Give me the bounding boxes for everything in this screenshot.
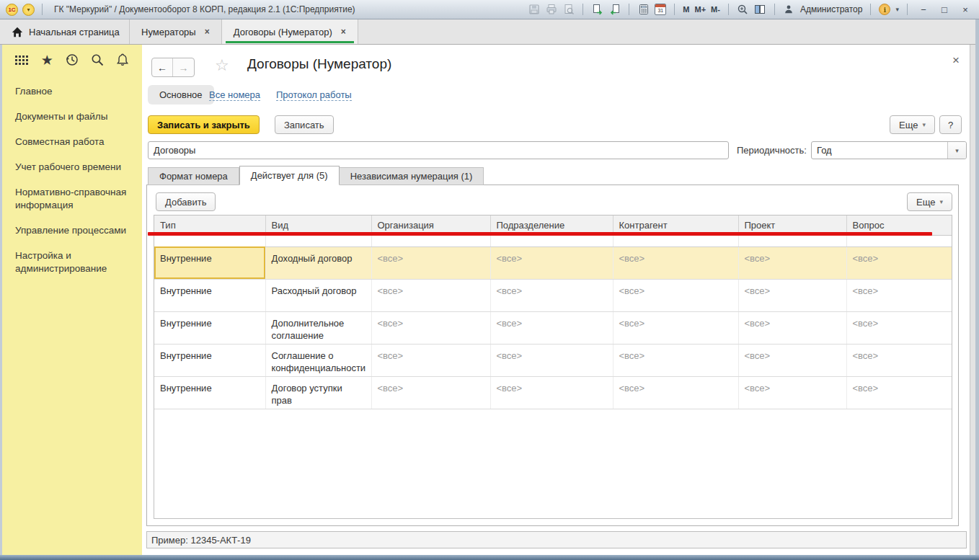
tab-nezavisimaya-numeraciya[interactable]: Независимая нумерация (1): [340, 167, 484, 185]
close-window-button[interactable]: ×: [957, 3, 973, 16]
sidebar-item-upravlenie-processami[interactable]: Управление процессами: [15, 224, 136, 237]
cell-org[interactable]: <все>: [371, 246, 490, 279]
filter-cell[interactable]: [846, 235, 952, 246]
load-from-file-icon[interactable]: [608, 4, 621, 16]
save-button[interactable]: Записать: [275, 115, 334, 134]
filter-cell[interactable]: [371, 235, 490, 246]
cell-dept[interactable]: <все>: [490, 344, 613, 376]
cell-type[interactable]: Внутренние: [154, 279, 265, 311]
cell-contractor[interactable]: <все>: [613, 344, 738, 376]
cell-type[interactable]: Внутренние: [154, 344, 265, 376]
tab-home-page[interactable]: Начальная страница: [0, 19, 130, 44]
cell-type[interactable]: Внутренние: [154, 311, 265, 344]
table-more-actions-button[interactable]: Еще ▾: [907, 192, 952, 211]
sidebar-item-sovmestnaya-rabota[interactable]: Совместная работа: [15, 135, 136, 148]
sidebar-item-glavnoe[interactable]: Главное: [15, 85, 136, 98]
sidebar-item-nsi[interactable]: Нормативно-справочная информация: [15, 186, 136, 212]
all-functions-grid-icon[interactable]: [13, 51, 30, 68]
cell-type[interactable]: Внутренние: [154, 376, 265, 409]
calculator-icon[interactable]: [637, 4, 650, 16]
search-icon[interactable]: [89, 51, 106, 68]
numerator-name-input[interactable]: [148, 141, 729, 159]
sidebar-item-dokumenty-i-fajly[interactable]: Документы и файлы: [15, 110, 136, 123]
maximize-button[interactable]: □: [936, 3, 952, 16]
nav-item-osnovnoe[interactable]: Основное: [148, 85, 214, 105]
close-tab-icon[interactable]: ×: [205, 27, 210, 37]
tab-dogovory-numerator[interactable]: Договоры (Нумератор) ×: [222, 19, 358, 44]
help-button[interactable]: ?: [939, 115, 962, 134]
split-view-icon[interactable]: [754, 4, 766, 16]
memory-m-button[interactable]: M: [683, 5, 689, 14]
memory-m-minus-button[interactable]: M-: [711, 5, 720, 14]
cell-contractor[interactable]: <все>: [613, 376, 738, 409]
zoom-icon[interactable]: [737, 4, 749, 16]
filter-cell[interactable]: [738, 235, 846, 246]
table-row[interactable]: ВнутренниеРасходный договор<все><все><вс…: [154, 279, 952, 311]
info-icon[interactable]: i: [879, 4, 890, 15]
current-user-label[interactable]: Администратор: [800, 4, 863, 14]
tab-format-nomera[interactable]: Формат номера: [148, 167, 239, 185]
calendar-icon[interactable]: 31: [655, 4, 666, 15]
cell-org[interactable]: <все>: [371, 279, 490, 311]
cell-dept[interactable]: <все>: [490, 246, 613, 279]
cell-contractor[interactable]: <все>: [613, 279, 738, 311]
cell-project[interactable]: <все>: [738, 344, 846, 376]
table-row[interactable]: ВнутренниеДополнительное соглашение<все>…: [154, 311, 952, 344]
chevron-down-icon[interactable]: ▾: [895, 6, 899, 13]
memory-m-plus-button[interactable]: M+: [694, 5, 706, 14]
history-icon[interactable]: [63, 51, 81, 68]
add-to-favorites-star-icon[interactable]: ☆: [215, 58, 229, 74]
table-row[interactable]: ВнутренниеДоговор уступки прав<все><все>…: [154, 376, 952, 409]
filter-cell[interactable]: [490, 235, 613, 246]
cell-project[interactable]: <все>: [738, 279, 846, 311]
filter-cell[interactable]: [154, 235, 265, 246]
cell-type[interactable]: Внутренние: [154, 246, 265, 279]
cell-dept[interactable]: <все>: [490, 376, 613, 409]
cell-dept[interactable]: <все>: [490, 311, 613, 344]
nav-link-vse-nomera[interactable]: Все номера: [209, 89, 260, 101]
cell-org[interactable]: <все>: [371, 344, 490, 376]
cell-kind[interactable]: Доходный договор: [265, 246, 371, 279]
cell-kind[interactable]: Договор уступки прав: [265, 376, 371, 409]
add-row-button[interactable]: Добавить: [156, 192, 216, 211]
filter-cell[interactable]: [265, 235, 371, 246]
close-form-icon[interactable]: ×: [952, 53, 960, 68]
close-tab-icon[interactable]: ×: [341, 27, 346, 37]
cell-contractor[interactable]: <все>: [613, 311, 738, 344]
notifications-bell-icon[interactable]: [114, 51, 131, 68]
nav-link-protokol-raboty[interactable]: Протокол работы: [276, 89, 352, 101]
periodicity-select[interactable]: Год ▾: [811, 141, 967, 159]
cell-kind[interactable]: Расходный договор: [265, 279, 371, 311]
chevron-down-icon[interactable]: ▾: [947, 142, 966, 159]
tab-dejstvuet-dlya[interactable]: Действует для (5): [239, 166, 340, 185]
tab-numerators[interactable]: Нумераторы ×: [130, 19, 222, 44]
table-row[interactable]: ВнутренниеДоходный договор<все><все><все…: [154, 246, 952, 279]
more-actions-button[interactable]: Еще ▾: [890, 115, 935, 134]
cell-question[interactable]: <все>: [846, 311, 952, 344]
cell-project[interactable]: <все>: [738, 376, 846, 409]
cell-question[interactable]: <все>: [846, 246, 952, 279]
main-menu-button[interactable]: ▾: [22, 4, 35, 16]
table-row[interactable]: ВнутренниеСоглашение о конфиденциальност…: [154, 344, 952, 376]
favorites-star-icon[interactable]: ★: [38, 51, 56, 68]
filter-cell[interactable]: [613, 235, 738, 246]
cell-question[interactable]: <все>: [846, 376, 952, 409]
cell-kind[interactable]: Дополнительное соглашение: [265, 311, 371, 344]
cell-org[interactable]: <все>: [371, 376, 490, 409]
cell-project[interactable]: <все>: [738, 246, 846, 279]
back-button[interactable]: ←: [152, 58, 173, 76]
vertical-scrollbar[interactable]: [970, 45, 975, 555]
cell-kind[interactable]: Соглашение о конфиденциальности: [265, 344, 371, 376]
cell-org[interactable]: <все>: [371, 311, 490, 344]
sidebar-item-uchet-rabochego-vremeni[interactable]: Учет рабочего времени: [15, 161, 136, 174]
forward-button[interactable]: →: [173, 58, 194, 76]
cell-question[interactable]: <все>: [846, 279, 952, 311]
minimize-button[interactable]: −: [916, 3, 931, 16]
cell-dept[interactable]: <все>: [490, 279, 613, 311]
cell-contractor[interactable]: <все>: [613, 246, 738, 279]
cell-project[interactable]: <все>: [738, 311, 846, 344]
cell-question[interactable]: <все>: [846, 344, 952, 376]
sidebar-item-nastrojka-i-administrirovanie[interactable]: Настройка и администрирование: [15, 249, 136, 275]
save-and-close-button[interactable]: Записать и закрыть: [148, 115, 260, 134]
save-to-file-icon[interactable]: [591, 4, 603, 16]
